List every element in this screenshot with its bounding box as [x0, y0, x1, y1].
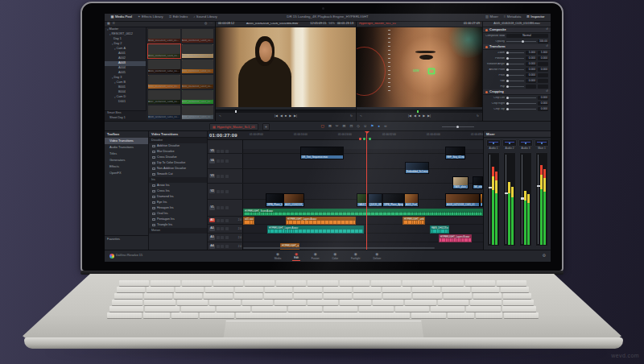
page-tab[interactable]: ◉ Fairlight — [349, 252, 361, 261]
timeline-clip[interactable]: HYPERLIGHT_Score A.wav — [243, 209, 483, 216]
playhead[interactable] — [366, 131, 367, 250]
timeline-clip[interactable]: A005_01062018_C008_01 — [283, 193, 304, 207]
track-mute-icon[interactable] — [225, 245, 229, 248]
value-field[interactable]: 0.000 — [526, 68, 536, 72]
fader[interactable] — [538, 155, 539, 244]
track-lock-icon[interactable] — [217, 236, 220, 239]
transition-item[interactable]: Cross Iris — [149, 188, 207, 194]
track-badge[interactable]: V3 — [209, 174, 215, 178]
page-tab[interactable]: ◉ Color — [330, 252, 340, 261]
media-pool-button[interactable]: ▦Media Pool — [108, 14, 134, 22]
track-lock-icon[interactable] — [217, 245, 220, 248]
track-header[interactable]: A3 2.0 — [208, 234, 243, 242]
track-badge[interactable]: A2 — [209, 227, 215, 231]
replace-clip-icon[interactable]: ◇ — [357, 125, 360, 129]
value-field[interactable]: 0.000 — [538, 101, 548, 105]
timeline-clip[interactable]: WPB_Plane_Int.mov — [266, 193, 283, 207]
timeline-clip[interactable]: RAIN_plate_04.mov — [452, 176, 469, 189]
metadata-button[interactable]: ≡Metadata — [501, 14, 523, 22]
track-solo-icon[interactable] — [221, 190, 224, 193]
track-lock-icon[interactable] — [217, 150, 220, 153]
value-field[interactable]: 0.000 — [526, 62, 536, 66]
enable-dot-icon[interactable] — [485, 29, 488, 31]
marker-icon[interactable]: ● — [378, 125, 380, 129]
timeline-zoom-slider[interactable] — [442, 126, 474, 127]
track-solo-icon[interactable] — [221, 245, 224, 248]
value-field[interactable]: 1.000 — [538, 51, 548, 55]
enable-dot-icon[interactable] — [485, 46, 488, 48]
step-back-button[interactable]: ◀ — [414, 115, 416, 118]
trim-tool-icon[interactable]: ⊞ — [328, 125, 332, 129]
loop-icon[interactable]: ↻ — [477, 115, 479, 118]
timeline-clip[interactable]: w01.wav — [243, 217, 254, 225]
timeline-clip[interactable]: QUICK_GR8.mov — [368, 193, 382, 207]
transition-item[interactable]: Oval Iris — [149, 211, 207, 217]
media-thumbnail[interactable]: A004_01092018_C009_01... — [182, 29, 214, 43]
value-slider[interactable] — [506, 75, 524, 76]
track-solo-icon[interactable] — [221, 219, 224, 222]
track-lock-icon[interactable] — [217, 175, 220, 178]
track-solo-icon[interactable] — [221, 227, 224, 230]
track-solo-icon[interactable] — [221, 206, 224, 209]
track-mute-icon[interactable] — [225, 206, 229, 209]
timeline-ruler[interactable]: 01:00:27:09 01:00:08:0001:00:16:0001:00:… — [208, 131, 483, 140]
value-slider[interactable] — [506, 81, 524, 81]
transition-item[interactable]: Blur Dissolve — [149, 149, 207, 155]
selection-tool-icon[interactable]: ▢ — [321, 125, 324, 129]
value-field[interactable] — [538, 62, 548, 66]
track-mute-icon[interactable] — [225, 219, 229, 222]
iris-group-header[interactable]: Iris — [149, 177, 207, 183]
new-timeline-tab-button[interactable]: + — [262, 123, 270, 130]
track-lock-icon[interactable] — [217, 219, 220, 222]
media-thumbnail[interactable]: A005_01062018_C026_01... — [148, 44, 180, 58]
razor-tool-icon[interactable]: ✂ — [336, 125, 339, 129]
search-icon[interactable]: ◎ — [204, 23, 207, 26]
track-solo-icon[interactable] — [221, 159, 224, 163]
transition-item[interactable]: Cross Dissolve — [149, 155, 207, 160]
track-header[interactable]: V4 — [208, 154, 243, 169]
composite-section-header[interactable]: Composite↺ — [483, 27, 551, 33]
effects-nav-item[interactable]: Video Transitions — [105, 138, 148, 144]
transition-item[interactable]: Eye Iris — [149, 200, 207, 205]
timeline-clip[interactable]: RAIN_DH0228.wav — [430, 225, 449, 234]
transition-item[interactable]: Additive Dissolve — [149, 143, 207, 149]
jog-icon[interactable]: ∿ — [360, 115, 362, 118]
timeline-clip[interactable]: REF_Seq_02.mov — [445, 147, 465, 159]
track-badge[interactable]: V5 — [209, 149, 215, 153]
mixer-strip[interactable]: Audio 3 — [518, 139, 533, 246]
link-icon[interactable]: ∞ — [384, 125, 386, 129]
track-lock-icon[interactable] — [217, 227, 220, 230]
media-thumbnail[interactable]: A008_02042018_C003_01... — [182, 105, 214, 119]
cropping-section-header[interactable]: Cropping↺ — [483, 89, 551, 95]
fader[interactable] — [489, 155, 490, 244]
track-lock-icon[interactable] — [217, 190, 220, 193]
dissolve-group-header[interactable]: Dissolve — [149, 138, 207, 143]
value-field[interactable]: 0.000 — [526, 73, 536, 77]
composite-mode-select[interactable]: Normal — [506, 34, 548, 38]
favorites-item[interactable]: Favorites — [105, 235, 149, 242]
mixer-strip[interactable]: Main 1 — [535, 139, 549, 246]
effects-nav-item[interactable]: Effects — [105, 163, 148, 170]
value-field[interactable] — [538, 79, 548, 83]
track-mute-icon[interactable] — [225, 175, 229, 178]
media-thumbnail[interactable]: A005_01092018_C002_01... — [148, 60, 180, 73]
value-field[interactable]: 0.000 — [526, 79, 536, 83]
pan-control[interactable] — [518, 139, 533, 147]
value-field[interactable]: 0.000 — [538, 68, 548, 72]
bin-item[interactable]: D001 — [105, 100, 146, 105]
value-field[interactable] — [538, 85, 548, 89]
page-tab[interactable]: ◉ Fusion — [310, 252, 321, 261]
opacity-value[interactable]: 100.00 — [538, 39, 548, 43]
track-lock-icon[interactable] — [217, 159, 220, 163]
pan-control[interactable] — [535, 139, 549, 147]
value-field[interactable] — [526, 85, 536, 89]
next-clip-button[interactable]: ▶| — [427, 115, 431, 118]
timeline-tab[interactable]: ▤ Hyperlight_Master_Sc1_01 — [209, 123, 258, 130]
track-solo-icon[interactable] — [221, 236, 224, 239]
track-badge[interactable]: V1 — [209, 206, 215, 210]
transition-item[interactable]: Non-Additive Dissolve — [149, 166, 207, 172]
effects-nav-item[interactable]: OpenFX — [105, 170, 148, 176]
source-zoom-level[interactable]: 56% — [328, 23, 335, 26]
reset-icon[interactable]: ↺ — [546, 45, 548, 48]
track-header[interactable]: V2 — [208, 184, 243, 200]
